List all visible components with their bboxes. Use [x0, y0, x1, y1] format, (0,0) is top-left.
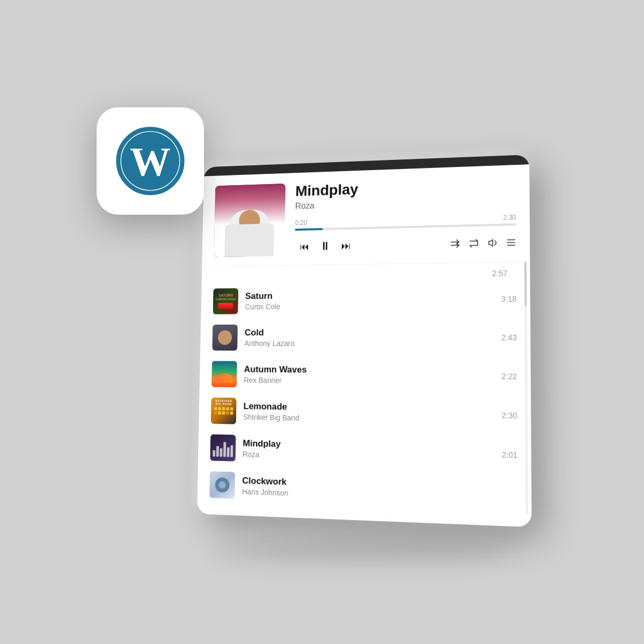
volume-button[interactable]: [487, 238, 499, 247]
scene: W ROZA Mindplay: [80, 80, 564, 564]
track-item-cold[interactable]: Cold Anthony Lazaro 2:43: [200, 318, 531, 357]
playlist-button[interactable]: [506, 238, 516, 247]
track-item-autumn-waves[interactable]: Autumn Waves Rex Banner 2:22: [200, 356, 531, 396]
saturn-track-text: Saturn Curtis Cole: [238, 289, 490, 311]
music-player-card: ROZA Mindplay Roza 0:20 2:30: [197, 155, 532, 527]
track-list[interactable]: 2:57 SATURN CURTIS COLE Saturn: [197, 262, 532, 514]
shuffle-button[interactable]: [450, 239, 460, 248]
right-controls: [450, 238, 516, 248]
now-playing-section: ROZA Mindplay Roza 0:20 2:30: [202, 164, 530, 267]
cold-artist: Anthony Lazaro: [244, 339, 490, 348]
track-item-lemonade[interactable]: SHTRIKERBIG BAND: [199, 392, 531, 436]
saturn-duration: 3:18: [490, 295, 517, 304]
mindplay-duration: 2:01: [491, 450, 517, 459]
saturn-thumb: SATURN CURTIS COLE: [213, 288, 238, 314]
autumn-track-text: Autumn Waves Rex Banner: [237, 364, 490, 387]
cold-track-text: Cold Anthony Lazaro: [237, 327, 490, 348]
repeat-button[interactable]: [468, 239, 479, 248]
progress-fill: [295, 228, 323, 231]
track-list-inner: 2:57 SATURN CURTIS COLE Saturn: [197, 262, 532, 514]
track-info: Mindplay Roza 0:20 2:30 ⏮: [284, 175, 516, 257]
mindplay-track-text: Mindplay Roza: [236, 438, 491, 465]
wordpress-icon-badge: W: [97, 107, 204, 215]
current-time: 0:20: [295, 219, 307, 226]
autumn-thumb: [211, 361, 237, 387]
saturn-artist: Curtis Cole: [245, 301, 490, 311]
progress-area[interactable]: 0:20 2:30: [295, 214, 516, 231]
card-shadow: [215, 539, 515, 561]
track-item-saturn[interactable]: SATURN CURTIS COLE Saturn Curtis Cole 3:…: [201, 280, 530, 320]
fast-forward-button[interactable]: ⏭: [336, 237, 356, 254]
autumn-title: Autumn Waves: [244, 364, 491, 377]
lemonade-thumb: SHTRIKERBIG BAND: [211, 398, 237, 425]
svg-text:W: W: [130, 139, 171, 184]
lemonade-duration: 2:30: [491, 411, 517, 420]
rewind-button[interactable]: ⏮: [295, 238, 314, 255]
current-album-art: ROZA: [214, 184, 286, 257]
mindplay-thumb: [210, 434, 236, 461]
clockwork-track-text: Clockwork Hans Johnson: [235, 475, 517, 506]
total-time: 2:30: [503, 214, 516, 222]
cold-thumb: [212, 325, 238, 351]
autumn-duration: 2:22: [490, 372, 517, 381]
playback-controls: ⏮ ⏸ ⏭: [295, 232, 516, 257]
cold-title: Cold: [245, 327, 490, 338]
cold-duration: 2:43: [490, 333, 517, 342]
clockwork-thumb: [209, 471, 235, 499]
pause-button[interactable]: ⏸: [314, 236, 336, 257]
first-item-duration: 2:57: [492, 269, 508, 278]
autumn-artist: Rex Banner: [244, 376, 490, 386]
scrollbar-thumb[interactable]: [524, 262, 527, 306]
lemonade-track-text: Lemonade Shtriker Big Band: [236, 401, 491, 426]
saturn-title: Saturn: [245, 289, 490, 302]
